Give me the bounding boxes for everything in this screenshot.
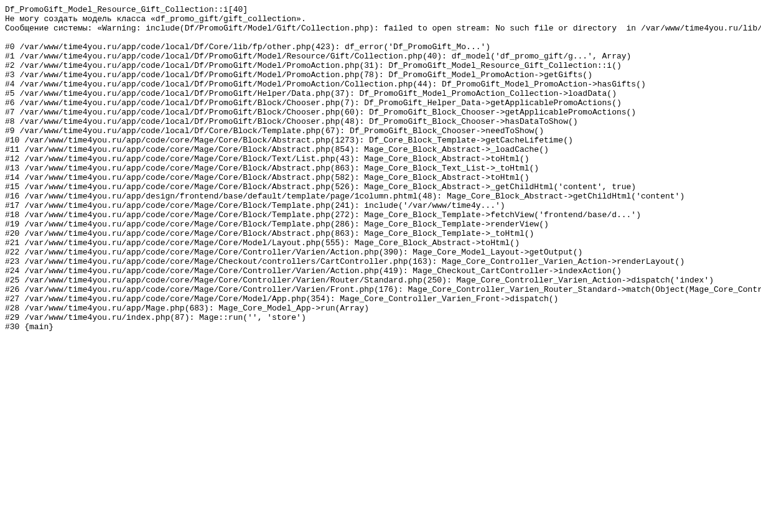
- stack-trace-line: #3 /var/www/time4you.ru/app/code/local/D…: [5, 70, 756, 80]
- stack-trace-line: #2 /var/www/time4you.ru/app/code/local/D…: [5, 61, 756, 70]
- system-message-line: Сообщение системы: «Warning: include(Df/…: [5, 24, 756, 33]
- stack-trace-line: #20 /var/www/time4you.ru/app/code/core/M…: [5, 229, 756, 238]
- stack-trace-line: #28 /var/www/time4you.ru/app/Mage.php(68…: [5, 304, 756, 313]
- stack-trace-line: #1 /var/www/time4you.ru/app/code/local/D…: [5, 52, 756, 61]
- error-message-line: Не могу создать модель класса «df_promo_…: [5, 14, 756, 24]
- stack-trace-line: #27 /var/www/time4you.ru/app/code/core/M…: [5, 294, 756, 304]
- stack-trace-line: #18 /var/www/time4you.ru/app/code/core/M…: [5, 210, 756, 220]
- stack-trace-line: #19 /var/www/time4you.ru/app/code/core/M…: [5, 220, 756, 229]
- stack-trace-line: #23 /var/www/time4you.ru/app/code/core/M…: [5, 257, 756, 266]
- stack-trace: #0 /var/www/time4you.ru/app/code/local/D…: [5, 42, 756, 332]
- stack-trace-line: #17 /var/www/time4you.ru/app/code/core/M…: [5, 201, 756, 210]
- stack-trace-line: #6 /var/www/time4you.ru/app/code/local/D…: [5, 98, 756, 108]
- stack-trace-line: #10 /var/www/time4you.ru/app/code/core/M…: [5, 136, 756, 145]
- stack-trace-line: #4 /var/www/time4you.ru/app/code/local/D…: [5, 80, 756, 89]
- stack-trace-line: #8 /var/www/time4you.ru/app/code/local/D…: [5, 117, 756, 126]
- stack-trace-line: #0 /var/www/time4you.ru/app/code/local/D…: [5, 42, 756, 52]
- stack-trace-line: #9 /var/www/time4you.ru/app/code/local/D…: [5, 126, 756, 136]
- stack-trace-line: #25 /var/www/time4you.ru/app/code/core/M…: [5, 276, 756, 285]
- class-reference-line: Df_PromoGift_Model_Resource_Gift_Collect…: [5, 5, 756, 14]
- stack-trace-line: #30 {main}: [5, 322, 756, 332]
- stack-trace-line: #5 /var/www/time4you.ru/app/code/local/D…: [5, 89, 756, 98]
- stack-trace-line: #7 /var/www/time4you.ru/app/code/local/D…: [5, 108, 756, 117]
- stack-trace-line: #11 /var/www/time4you.ru/app/code/core/M…: [5, 145, 756, 154]
- stack-trace-line: #12 /var/www/time4you.ru/app/code/core/M…: [5, 154, 756, 164]
- stack-trace-line: #24 /var/www/time4you.ru/app/code/core/M…: [5, 266, 756, 276]
- blank-line: [5, 33, 756, 42]
- stack-trace-line: #29 /var/www/time4you.ru/index.php(87): …: [5, 313, 756, 322]
- stack-trace-line: #21 /var/www/time4you.ru/app/code/core/M…: [5, 238, 756, 248]
- stack-trace-line: #14 /var/www/time4you.ru/app/code/core/M…: [5, 173, 756, 182]
- stack-trace-line: #15 /var/www/time4you.ru/app/code/core/M…: [5, 182, 756, 192]
- stack-trace-line: #22 /var/www/time4you.ru/app/code/core/M…: [5, 248, 756, 257]
- stack-trace-line: #26 /var/www/time4you.ru/app/code/core/M…: [5, 285, 756, 294]
- error-dump: Df_PromoGift_Model_Resource_Gift_Collect…: [5, 5, 756, 332]
- stack-trace-line: #13 /var/www/time4you.ru/app/code/core/M…: [5, 164, 756, 173]
- stack-trace-line: #16 /var/www/time4you.ru/app/design/fron…: [5, 192, 756, 201]
